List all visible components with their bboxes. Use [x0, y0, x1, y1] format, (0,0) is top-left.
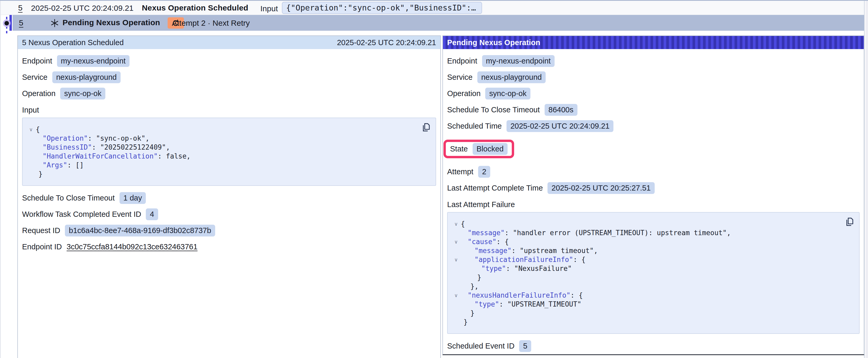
field-row-scheduled-event-id: Scheduled Event ID5: [447, 340, 860, 352]
field-list: Endpointmy-nexus-endpointServicenexus-pl…: [22, 55, 436, 99]
field-label: Attempt: [447, 167, 473, 176]
code-line: ∨"nexusHandlerFailureInfo": {: [451, 291, 842, 300]
field-label: Operation: [447, 89, 480, 98]
field-value-chip: sync-op-ok: [485, 88, 530, 99]
field-row-schedule-to-close-timeout: Schedule To Close Timeout1 day: [22, 192, 436, 204]
panel-header: Pending Nexus Operation: [443, 36, 864, 49]
field-value-chip: 1 day: [120, 192, 146, 204]
code-line: ∨"cause": {: [451, 237, 842, 246]
copy-icon: [420, 122, 431, 133]
field-label: Workflow Task Completed Event ID: [22, 210, 141, 219]
field-value-chip: 5: [519, 340, 531, 352]
field-row-service: Servicenexus-playground: [22, 71, 436, 83]
field-label: Scheduled Time: [447, 122, 502, 130]
field-value-chip: sync-op-ok: [60, 88, 105, 99]
field-value-link[interactable]: 3c0c75ccfa8144b092c13ce632463761: [67, 242, 197, 251]
event-detail-panel-pending: Pending Nexus Operation Endpointmy-nexus…: [442, 35, 864, 355]
event-detail-panel-scheduled: 5 Nexus Operation Scheduled 2025-02-25 U…: [17, 35, 441, 358]
field-label: Endpoint ID: [22, 242, 62, 251]
input-section-label: Input: [22, 106, 436, 115]
field-value-chip: 2: [478, 166, 490, 178]
field-label: Service: [22, 73, 48, 82]
field-label: Schedule To Close Timeout: [22, 194, 115, 202]
field-row-endpoint: Endpointmy-nexus-endpoint: [447, 55, 860, 67]
field-value-chip: my-nexus-endpoint: [57, 55, 130, 67]
field-value-chip: nexus-playground: [52, 71, 121, 83]
field-label: Endpoint: [22, 57, 52, 65]
attempt-retry-badge: Attempt 2 · Next Retry: [167, 17, 184, 29]
input-label: Input: [260, 4, 278, 13]
field-label: Schedule To Close Timeout: [447, 105, 540, 114]
field-row-request-id: Request IDb1c6a4bc-8ee7-468a-9169-df3b02…: [22, 225, 436, 236]
field-row-schedule-to-close-timeout: Schedule To Close Timeout86400s: [447, 104, 860, 116]
field-list: Schedule To Close Timeout1 dayWorkflow T…: [22, 192, 436, 253]
code-line: "Args": []: [26, 161, 419, 169]
field-value-chip: Blocked: [473, 143, 507, 155]
field-label: Scheduled Event ID: [447, 342, 515, 350]
code-line: "type": "UPSTREAM_TIMEOUT": [451, 300, 842, 308]
event-name: Nexus Operation Scheduled: [142, 3, 248, 12]
field-value-chip: nexus-playground: [477, 71, 546, 83]
field-value-chip: 4: [146, 208, 158, 220]
code-line: "BusinessID": "20250225122409",: [26, 143, 419, 152]
code-line: }: [26, 169, 419, 178]
chevron-down-icon[interactable]: ∨: [451, 291, 461, 300]
copy-icon: [844, 216, 855, 227]
scrollbar[interactable]: [865, 1, 868, 358]
field-row-endpoint: Endpointmy-nexus-endpoint: [22, 55, 436, 67]
event-name: Pending Nexus Operation: [63, 18, 160, 27]
field-value-chip: 2025-02-25 UTC 20:25:27.51: [548, 182, 654, 194]
code-line: ∨"applicationFailureInfo": {: [451, 255, 842, 264]
highlight-box-state: StateBlocked: [443, 140, 514, 158]
field-row-endpoint-id: Endpoint ID3c0c75ccfa8144b092c13ce632463…: [22, 241, 436, 253]
chevron-down-icon[interactable]: ∨: [26, 125, 36, 134]
code-line: "type": "NexusFailure": [451, 264, 842, 273]
input-preview-chip: {"Operation":"sync-op-ok","BusinessID":"…: [282, 2, 482, 14]
event-row-scheduled[interactable]: 5 2025-02-25 UTC 20:24:09.21 Nexus Opera…: [1, 1, 864, 15]
field-label: Service: [447, 73, 473, 82]
field-value-chip: b1c6a4bc-8ee7-468a-9169-df3b02c8737b: [65, 225, 215, 236]
event-row-pending[interactable]: 5 Pending Nexus Operation Attempt 2 · Ne…: [12, 15, 864, 31]
code-line: }: [451, 318, 842, 326]
field-row-service: Servicenexus-playground: [447, 71, 860, 83]
chevron-down-icon[interactable]: ∨: [451, 237, 461, 246]
field-row-last-attempt-complete-time: Last Attempt Complete Time2025-02-25 UTC…: [447, 182, 860, 194]
code-line: "message": "upstream timeout",: [451, 246, 842, 255]
chevron-down-icon[interactable]: ∨: [451, 220, 461, 228]
field-label: Operation: [22, 89, 56, 98]
field-row-operation: Operationsync-op-ok: [22, 88, 436, 99]
failure-section-label: Last Attempt Failure: [447, 200, 860, 209]
panel-title: Pending Nexus Operation: [447, 38, 540, 47]
code-line: }: [451, 273, 842, 282]
field-label: Request ID: [22, 226, 60, 235]
field-value-chip: 86400s: [545, 104, 578, 116]
field-row-attempt: Attempt2: [447, 166, 860, 178]
code-line: "HandlerWaitForCancellation": false,: [26, 152, 419, 161]
code-line: ∨{: [451, 220, 842, 228]
event-id-link[interactable]: 5: [19, 19, 23, 27]
failure-json-viewer: ∨{"message": "handler error (UPSTREAM_TI…: [447, 212, 860, 334]
code-line: "Operation": "sync-op-ok",: [26, 134, 419, 143]
field-label: Last Attempt Complete Time: [447, 184, 543, 192]
panel-timestamp: 2025-02-25 UTC 20:24:09.21: [337, 38, 436, 47]
panel-header: 5 Nexus Operation Scheduled 2025-02-25 U…: [18, 36, 440, 49]
field-list: Endpointmy-nexus-endpointServicenexus-pl…: [447, 55, 860, 194]
code-line: ∨{: [26, 125, 419, 134]
field-value-chip: 2025-02-25 UTC 20:24:09.21: [506, 120, 614, 132]
copy-button[interactable]: [844, 216, 855, 227]
left-border: [0, 1, 1, 358]
field-list: Scheduled Event ID5Blocked ReasonThe cir…: [447, 340, 860, 358]
badge-label: Attempt 2 · Next Retry: [172, 19, 250, 28]
field-value-chip: my-nexus-endpoint: [482, 55, 555, 67]
field-row-operation: Operationsync-op-ok: [447, 88, 860, 99]
field-row-scheduled-time: Scheduled Time2025-02-25 UTC 20:24:09.21: [447, 120, 860, 132]
field-label: Endpoint: [447, 57, 477, 65]
code-line: "message": "handler error (UPSTREAM_TIME…: [451, 228, 842, 237]
copy-button[interactable]: [420, 122, 431, 133]
panel-title: 5 Nexus Operation Scheduled: [22, 38, 124, 47]
code-line: }: [451, 308, 842, 318]
timeline-marker-current-icon: [3, 20, 10, 27]
chevron-down-icon[interactable]: ∨: [451, 255, 461, 264]
event-id-link[interactable]: 5: [18, 3, 23, 12]
asterisk-icon: [50, 19, 59, 28]
